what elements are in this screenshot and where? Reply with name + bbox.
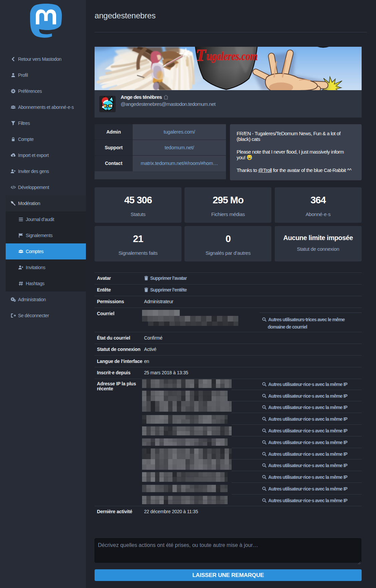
svg-text:T: T — [196, 47, 207, 64]
svg-text:ugaleres.com: ugaleres.com — [207, 49, 258, 62]
